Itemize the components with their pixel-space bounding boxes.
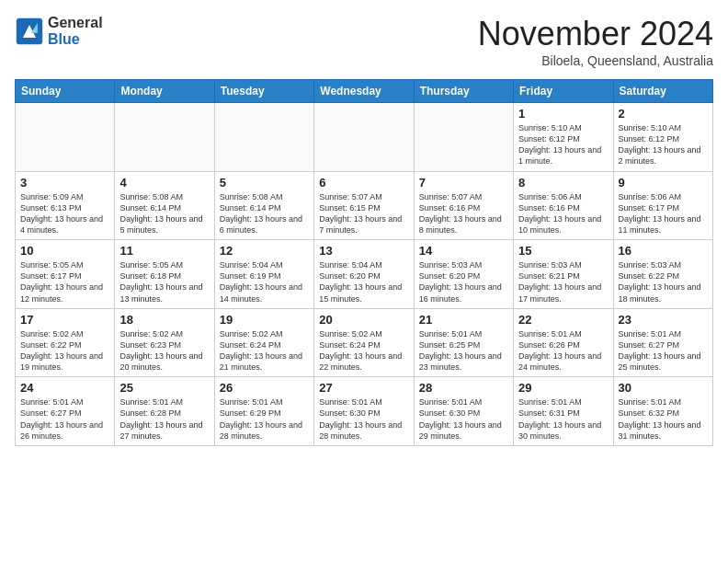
day-info: Sunrise: 5:01 AM Sunset: 6:28 PM Dayligh… [119, 396, 209, 442]
day-number: 22 [518, 313, 608, 327]
day-number: 12 [220, 244, 309, 258]
calendar-cell: 17Sunrise: 5:02 AM Sunset: 6:22 PM Dayli… [16, 308, 115, 377]
day-number: 29 [518, 381, 608, 395]
day-info: Sunrise: 5:01 AM Sunset: 6:30 PM Dayligh… [319, 396, 408, 442]
weekday-header: Wednesday [314, 80, 414, 103]
page-header: General Blue November 2024 Biloela, Quee… [15, 15, 713, 68]
day-number: 8 [518, 176, 608, 190]
day-number: 7 [419, 176, 508, 190]
calendar-cell: 23Sunrise: 5:01 AM Sunset: 6:27 PM Dayli… [613, 308, 712, 377]
day-number: 26 [220, 381, 309, 395]
day-number: 1 [518, 107, 608, 121]
day-info: Sunrise: 5:10 AM Sunset: 6:12 PM Dayligh… [619, 122, 708, 167]
day-info: Sunrise: 5:07 AM Sunset: 6:16 PM Dayligh… [419, 191, 508, 236]
calendar-cell: 1Sunrise: 5:10 AM Sunset: 6:12 PM Daylig… [514, 103, 613, 172]
day-info: Sunrise: 5:05 AM Sunset: 6:18 PM Dayligh… [119, 259, 209, 304]
day-number: 28 [419, 381, 508, 395]
calendar-cell: 30Sunrise: 5:01 AM Sunset: 6:32 PM Dayli… [613, 377, 712, 446]
day-number: 25 [119, 381, 209, 395]
calendar-cell: 11Sunrise: 5:05 AM Sunset: 6:18 PM Dayli… [115, 240, 214, 309]
day-info: Sunrise: 5:09 AM Sunset: 6:13 PM Dayligh… [20, 191, 109, 236]
calendar-cell: 7Sunrise: 5:07 AM Sunset: 6:16 PM Daylig… [414, 171, 513, 240]
day-info: Sunrise: 5:01 AM Sunset: 6:29 PM Dayligh… [220, 396, 309, 442]
calendar-cell: 15Sunrise: 5:03 AM Sunset: 6:21 PM Dayli… [514, 240, 613, 309]
day-number: 17 [20, 313, 109, 327]
calendar-cell: 4Sunrise: 5:08 AM Sunset: 6:14 PM Daylig… [115, 171, 214, 240]
day-info: Sunrise: 5:01 AM Sunset: 6:25 PM Dayligh… [419, 328, 508, 373]
calendar-cell: 2Sunrise: 5:10 AM Sunset: 6:12 PM Daylig… [613, 103, 712, 172]
calendar-cell [314, 103, 414, 172]
calendar-cell [16, 103, 115, 172]
logo-icon [15, 17, 44, 46]
calendar-cell: 19Sunrise: 5:02 AM Sunset: 6:24 PM Dayli… [214, 308, 313, 377]
day-number: 10 [20, 244, 109, 258]
day-number: 9 [619, 176, 708, 190]
weekday-header: Thursday [414, 80, 513, 103]
day-info: Sunrise: 5:01 AM Sunset: 6:27 PM Dayligh… [619, 328, 708, 373]
day-number: 20 [319, 313, 408, 327]
day-number: 27 [319, 381, 408, 395]
day-number: 13 [319, 244, 408, 258]
day-info: Sunrise: 5:01 AM Sunset: 6:30 PM Dayligh… [419, 396, 508, 442]
calendar-cell: 25Sunrise: 5:01 AM Sunset: 6:28 PM Dayli… [115, 377, 214, 446]
calendar-cell [214, 103, 313, 172]
day-info: Sunrise: 5:02 AM Sunset: 6:24 PM Dayligh… [319, 328, 408, 373]
calendar-cell: 3Sunrise: 5:09 AM Sunset: 6:13 PM Daylig… [16, 171, 115, 240]
calendar-cell: 16Sunrise: 5:03 AM Sunset: 6:22 PM Dayli… [613, 240, 712, 309]
weekday-header: Friday [514, 80, 613, 103]
calendar-cell: 24Sunrise: 5:01 AM Sunset: 6:27 PM Dayli… [16, 377, 115, 446]
day-info: Sunrise: 5:08 AM Sunset: 6:14 PM Dayligh… [220, 191, 309, 236]
day-info: Sunrise: 5:01 AM Sunset: 6:27 PM Dayligh… [20, 396, 109, 442]
calendar-cell: 22Sunrise: 5:01 AM Sunset: 6:26 PM Dayli… [514, 308, 613, 377]
day-info: Sunrise: 5:06 AM Sunset: 6:16 PM Dayligh… [518, 191, 608, 236]
calendar-cell: 26Sunrise: 5:01 AM Sunset: 6:29 PM Dayli… [214, 377, 313, 446]
calendar-cell: 21Sunrise: 5:01 AM Sunset: 6:25 PM Dayli… [414, 308, 513, 377]
month-title: November 2024 [478, 15, 713, 53]
day-info: Sunrise: 5:04 AM Sunset: 6:19 PM Dayligh… [220, 259, 309, 304]
day-number: 24 [20, 381, 109, 395]
title-area: November 2024 Biloela, Queensland, Austr… [478, 15, 713, 68]
day-number: 2 [619, 107, 708, 121]
calendar-week-row: 17Sunrise: 5:02 AM Sunset: 6:22 PM Dayli… [16, 308, 713, 377]
day-number: 11 [119, 244, 209, 258]
day-info: Sunrise: 5:02 AM Sunset: 6:23 PM Dayligh… [119, 328, 209, 373]
day-info: Sunrise: 5:08 AM Sunset: 6:14 PM Dayligh… [119, 191, 209, 236]
calendar-week-row: 10Sunrise: 5:05 AM Sunset: 6:17 PM Dayli… [16, 240, 713, 309]
calendar-cell: 14Sunrise: 5:03 AM Sunset: 6:20 PM Dayli… [414, 240, 513, 309]
day-info: Sunrise: 5:01 AM Sunset: 6:26 PM Dayligh… [518, 328, 608, 373]
day-info: Sunrise: 5:06 AM Sunset: 6:17 PM Dayligh… [619, 191, 708, 236]
calendar-cell: 20Sunrise: 5:02 AM Sunset: 6:24 PM Dayli… [314, 308, 414, 377]
calendar-cell: 13Sunrise: 5:04 AM Sunset: 6:20 PM Dayli… [314, 240, 414, 309]
day-info: Sunrise: 5:03 AM Sunset: 6:22 PM Dayligh… [619, 259, 708, 304]
day-number: 3 [20, 176, 109, 190]
weekday-header-row: SundayMondayTuesdayWednesdayThursdayFrid… [16, 80, 713, 103]
calendar-cell [414, 103, 513, 172]
day-info: Sunrise: 5:02 AM Sunset: 6:24 PM Dayligh… [220, 328, 309, 373]
calendar-cell: 12Sunrise: 5:04 AM Sunset: 6:19 PM Dayli… [214, 240, 313, 309]
day-info: Sunrise: 5:02 AM Sunset: 6:22 PM Dayligh… [20, 328, 109, 373]
calendar-cell: 10Sunrise: 5:05 AM Sunset: 6:17 PM Dayli… [16, 240, 115, 309]
day-number: 21 [419, 313, 508, 327]
day-info: Sunrise: 5:07 AM Sunset: 6:15 PM Dayligh… [319, 191, 408, 236]
calendar-cell: 29Sunrise: 5:01 AM Sunset: 6:31 PM Dayli… [514, 377, 613, 446]
day-number: 18 [119, 313, 209, 327]
day-number: 19 [220, 313, 309, 327]
day-number: 15 [518, 244, 608, 258]
calendar-cell: 28Sunrise: 5:01 AM Sunset: 6:30 PM Dayli… [414, 377, 513, 446]
weekday-header: Monday [115, 80, 214, 103]
day-info: Sunrise: 5:04 AM Sunset: 6:20 PM Dayligh… [319, 259, 408, 304]
calendar-table: SundayMondayTuesdayWednesdayThursdayFrid… [15, 79, 713, 446]
day-number: 14 [419, 244, 508, 258]
day-number: 6 [319, 176, 408, 190]
day-number: 16 [619, 244, 708, 258]
calendar-cell: 6Sunrise: 5:07 AM Sunset: 6:15 PM Daylig… [314, 171, 414, 240]
calendar-cell: 18Sunrise: 5:02 AM Sunset: 6:23 PM Dayli… [115, 308, 214, 377]
calendar-cell: 8Sunrise: 5:06 AM Sunset: 6:16 PM Daylig… [514, 171, 613, 240]
logo-text: General Blue [48, 15, 103, 47]
day-info: Sunrise: 5:10 AM Sunset: 6:12 PM Dayligh… [518, 122, 608, 167]
weekday-header: Tuesday [214, 80, 313, 103]
day-number: 30 [619, 381, 708, 395]
calendar-cell: 9Sunrise: 5:06 AM Sunset: 6:17 PM Daylig… [613, 171, 712, 240]
day-number: 4 [119, 176, 209, 190]
weekday-header: Sunday [16, 80, 115, 103]
